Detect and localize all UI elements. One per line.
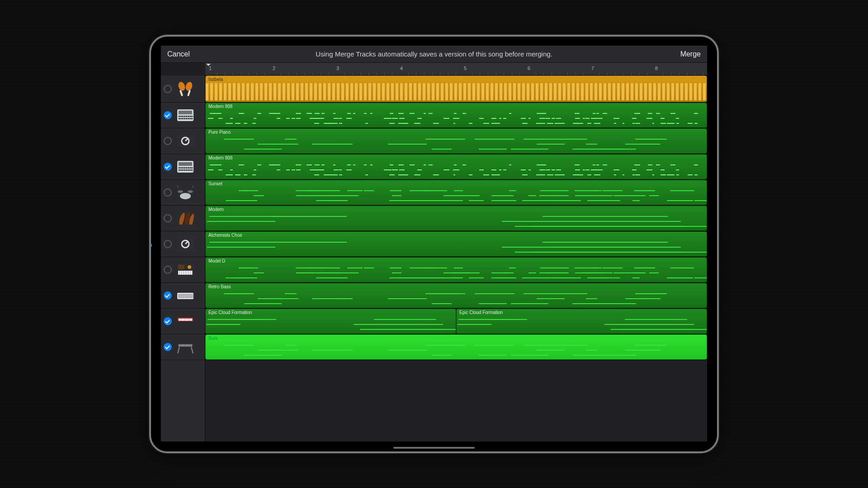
synth-round-icon	[175, 132, 196, 150]
svg-rect-3	[187, 89, 191, 96]
svg-rect-19	[188, 118, 189, 119]
svg-rect-60	[189, 271, 191, 275]
svg-rect-28	[180, 167, 182, 169]
drum-machine-icon	[175, 158, 196, 176]
svg-point-45	[188, 190, 193, 193]
svg-rect-1	[179, 89, 184, 96]
svg-rect-10	[186, 116, 187, 117]
track-select-toggle[interactable]	[164, 317, 172, 325]
track-lane[interactable]: Alchemists Choir	[205, 231, 707, 257]
svg-rect-75	[180, 319, 181, 321]
svg-line-47	[192, 186, 193, 188]
merge-button[interactable]: Merge	[646, 50, 701, 58]
svg-rect-71	[190, 294, 192, 298]
ruler-bar-number: 2	[273, 66, 275, 71]
svg-rect-67	[184, 294, 186, 298]
region[interactable]: Alchemists Choir	[205, 231, 707, 257]
svg-rect-37	[182, 169, 184, 171]
svg-rect-90	[185, 344, 186, 347]
track-lanes[interactable]: IsabelaModern 808Pure PianoModern 808Sun…	[205, 75, 707, 441]
track-header[interactable]	[161, 231, 205, 257]
region[interactable]: Epic Cloud Formation	[205, 309, 456, 334]
svg-rect-65	[181, 294, 183, 298]
track-select-toggle[interactable]	[164, 85, 172, 93]
region-label: Sunset	[208, 181, 222, 186]
region-label: Modern	[208, 207, 224, 212]
track-lane[interactable]: Model D	[205, 257, 707, 283]
track-select-toggle[interactable]	[164, 137, 172, 145]
svg-rect-82	[191, 319, 192, 321]
shakers-icon	[175, 80, 196, 98]
track-header[interactable]	[161, 309, 205, 334]
track-select-toggle[interactable]	[164, 188, 172, 197]
region[interactable]: Epic Cloud Formation	[456, 309, 707, 334]
svg-rect-11	[188, 116, 189, 117]
track-lane[interactable]: Isabela	[205, 75, 707, 103]
svg-rect-12	[189, 116, 191, 117]
region-label: Retro Bass	[208, 284, 231, 289]
drum-kit-icon	[175, 183, 196, 202]
ruler-bar-number: 6	[528, 66, 530, 71]
svg-rect-5	[179, 111, 192, 114]
track-header[interactable]	[161, 206, 205, 231]
track-header[interactable]	[161, 283, 205, 309]
svg-rect-21	[191, 118, 193, 119]
track-header[interactable]	[161, 103, 205, 128]
region[interactable]: Bark	[205, 334, 707, 360]
track-select-toggle[interactable]	[164, 163, 172, 171]
track-lane[interactable]: Retro Bass	[205, 283, 707, 309]
region[interactable]: Modern 808	[205, 103, 707, 128]
track-lane[interactable]: Modern 808	[205, 154, 707, 180]
track-lane[interactable]: Modern 808	[205, 103, 707, 128]
track-header[interactable]	[161, 180, 205, 206]
track-header[interactable]	[161, 334, 205, 360]
track-lane[interactable]: Bark	[205, 334, 707, 360]
region[interactable]: Modern 808	[205, 154, 707, 179]
ruler-bar-number: 1	[209, 66, 212, 71]
region-label: Model D	[208, 258, 225, 263]
region-label: Pure Piano	[208, 130, 231, 135]
svg-rect-87	[180, 344, 181, 347]
track-header[interactable]	[161, 128, 205, 154]
svg-rect-57	[184, 271, 185, 275]
side-indicator	[151, 244, 152, 247]
track-select-toggle[interactable]	[164, 291, 172, 300]
track-select-toggle[interactable]	[164, 266, 172, 274]
track-select-toggle[interactable]	[164, 240, 172, 248]
region[interactable]: Model D	[205, 257, 707, 282]
track-header[interactable]	[161, 154, 205, 180]
svg-rect-27	[179, 167, 180, 169]
region[interactable]: Pure Piano	[205, 128, 707, 154]
svg-line-46	[177, 186, 179, 188]
region[interactable]: Modern	[205, 206, 707, 231]
region-label: Bark	[208, 336, 218, 341]
svg-rect-77	[183, 319, 184, 321]
track-lane[interactable]: Modern	[205, 206, 707, 231]
track-select-toggle[interactable]	[164, 343, 172, 351]
track-header[interactable]	[161, 257, 205, 283]
keyboard-white-icon	[175, 286, 196, 305]
track-lane[interactable]: Epic Cloud FormationEpic Cloud Formation	[205, 309, 707, 334]
svg-rect-74	[179, 319, 180, 321]
region[interactable]: Sunset	[205, 180, 707, 205]
track-lane[interactable]: Sunset	[205, 180, 707, 206]
svg-point-43	[180, 193, 191, 199]
svg-point-44	[178, 190, 183, 193]
timeline-ruler[interactable]: 12345678	[205, 63, 707, 75]
region[interactable]: Isabela	[205, 75, 707, 102]
track-select-toggle[interactable]	[164, 214, 172, 222]
svg-point-0	[177, 81, 186, 92]
ruler-bar-number: 5	[464, 66, 467, 71]
svg-rect-33	[189, 167, 191, 169]
svg-rect-29	[182, 167, 184, 169]
svg-rect-86	[179, 344, 180, 347]
cancel-button[interactable]: Cancel	[167, 50, 222, 58]
track-select-toggle[interactable]	[164, 111, 172, 119]
region-label: Alchemists Choir	[208, 233, 242, 238]
track-header[interactable]	[161, 75, 205, 103]
svg-rect-58	[185, 271, 187, 275]
region[interactable]: Retro Bass	[205, 283, 707, 308]
tablet-frame: Cancel Using Merge Tracks automatically …	[149, 35, 719, 453]
track-lane[interactable]: Pure Piano	[205, 128, 707, 154]
ruler-bar-number: 3	[336, 66, 339, 71]
